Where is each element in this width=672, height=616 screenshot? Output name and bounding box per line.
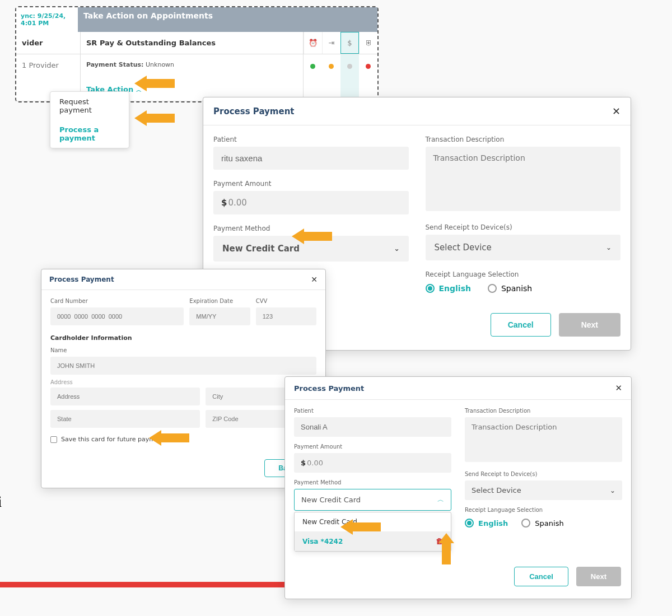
expiration-label: Expiration Date — [189, 298, 250, 304]
take-action-menu: Request payment Process a payment — [50, 91, 129, 148]
save-card-checkbox-row[interactable]: Save this card for future payments — [50, 436, 316, 443]
chevron-down-icon: ⌄ — [610, 487, 615, 494]
radio-icon — [521, 519, 530, 528]
radio-spanish[interactable]: Spanish — [521, 519, 563, 528]
payment-method-select[interactable]: New Credit Card ⌄ — [213, 236, 409, 262]
col-balances: SR Pay & Outstanding Balances — [81, 32, 304, 54]
next-button[interactable]: Next — [559, 313, 620, 337]
radio-label-english: English — [439, 284, 471, 293]
radio-english[interactable]: English — [426, 284, 471, 293]
modal-title: Process Payment — [213, 106, 295, 116]
radio-label-spanish: Spanish — [535, 519, 563, 528]
txn-description-input[interactable] — [426, 147, 621, 211]
dollar-icon[interactable]: $ — [340, 32, 359, 54]
menu-request-payment[interactable]: Request payment — [50, 92, 129, 120]
device-select[interactable]: Select Device ⌄ — [465, 480, 622, 500]
chevron-up-icon: ︿ — [437, 495, 444, 505]
radio-label-spanish: Spanish — [501, 284, 532, 293]
close-icon[interactable]: ✕ — [612, 105, 620, 117]
name-input[interactable] — [50, 357, 316, 375]
radio-label-english: English — [478, 519, 508, 528]
chevron-down-icon: ⌄ — [606, 244, 612, 251]
close-icon[interactable]: ✕ — [311, 275, 318, 284]
amount-input[interactable]: $ 0.00 — [294, 453, 451, 473]
save-card-label: Save this card for future payments — [61, 436, 169, 443]
card-number-label: Card Number — [50, 298, 184, 304]
cvv-input[interactable] — [256, 307, 316, 325]
amount-value: 0.00 — [307, 459, 323, 467]
card-entry-modal: Process Payment ✕ Card Number Expiration… — [41, 269, 326, 488]
patient-label: Patient — [294, 408, 451, 414]
payment-method-dropdown: New Credit Card Visa *4242 🗑 — [294, 512, 451, 552]
process-payment-modal-2: Process Payment ✕ Patient Payment Amount… — [284, 376, 632, 599]
device-label: Send Receipt to Device(s) — [465, 471, 622, 477]
column-header-row: vider SR Pay & Outstanding Balances ⏰ ⇥ … — [16, 32, 377, 54]
language-label: Receipt Language Selection — [465, 507, 622, 513]
col-provider: vider — [16, 32, 81, 54]
radio-icon — [426, 284, 435, 293]
cvv-label: CVV — [256, 298, 316, 304]
device-value: Select Device — [472, 486, 521, 494]
payment-method-label: Payment Method — [213, 225, 409, 232]
patient-input[interactable] — [213, 147, 409, 170]
trash-icon[interactable]: 🗑 — [436, 537, 443, 545]
address-input[interactable] — [50, 388, 200, 405]
shield-icon[interactable]: ⛨ — [359, 32, 377, 54]
language-label: Receipt Language Selection — [426, 270, 621, 278]
txn-label: Transaction Description — [426, 136, 621, 143]
patient-input[interactable] — [294, 417, 451, 437]
cancel-button[interactable]: Cancel — [491, 313, 551, 337]
state-input[interactable] — [50, 410, 200, 428]
arrow-annotation — [134, 110, 175, 126]
page-marker: i — [0, 493, 2, 511]
sync-time: ync: 9/25/24, 4:01 PM — [16, 7, 78, 32]
payment-status-value: Unknown — [146, 61, 174, 68]
pm-option-visa[interactable]: Visa *4242 🗑 — [295, 531, 451, 551]
txn-description-input[interactable] — [465, 417, 622, 462]
device-label: Send Receipt to Device(s) — [426, 223, 621, 231]
export-icon[interactable]: ⇥ — [322, 32, 340, 54]
modal-title: Process Payment — [49, 276, 114, 283]
chevron-down-icon: ⌄ — [394, 245, 399, 253]
pm-option-visa-label: Visa *4242 — [302, 538, 343, 545]
patient-label: Patient — [213, 136, 409, 143]
status-dot-grey — [340, 54, 359, 101]
card-number-input[interactable] — [50, 307, 184, 325]
modal-title: Process Payment — [294, 384, 364, 393]
status-dot-orange — [322, 54, 340, 101]
amount-label: Payment Amount — [213, 180, 409, 188]
device-value: Select Device — [435, 242, 492, 253]
status-dot-red — [359, 54, 377, 101]
payment-method-value: New Credit Card — [301, 496, 361, 504]
checkbox-icon — [50, 436, 57, 443]
expiration-input[interactable] — [189, 307, 250, 325]
name-label: Name — [50, 347, 316, 353]
alarm-icon[interactable]: ⏰ — [304, 32, 322, 54]
radio-english[interactable]: English — [465, 519, 508, 528]
cancel-button[interactable]: Cancel — [514, 567, 568, 586]
txn-label: Transaction Description — [465, 408, 622, 414]
cardholder-heading: Cardholder Information — [50, 334, 316, 342]
radio-icon — [465, 519, 474, 528]
close-icon[interactable]: ✕ — [615, 383, 622, 393]
address-label: Address — [50, 379, 316, 385]
chevron-up-icon: ︿ — [136, 87, 142, 93]
radio-icon — [488, 284, 497, 293]
next-button[interactable]: Next — [576, 567, 621, 586]
amount-value: 0.00 — [228, 198, 246, 208]
menu-process-payment[interactable]: Process a payment — [50, 120, 129, 148]
panel-header: ync: 9/25/24, 4:01 PM Take Action on App… — [16, 7, 377, 32]
payment-status-label: Payment Status: — [86, 61, 144, 68]
device-select[interactable]: Select Device ⌄ — [426, 235, 621, 260]
radio-spanish[interactable]: Spanish — [488, 284, 532, 293]
payment-method-value: New Credit Card — [222, 244, 300, 254]
amount-input[interactable]: $ 0.00 — [213, 191, 409, 214]
status-dot-green — [304, 54, 322, 101]
payment-method-label: Payment Method — [294, 479, 451, 486]
currency-symbol: $ — [221, 198, 227, 208]
payment-method-select[interactable]: New Credit Card ︿ — [294, 489, 451, 511]
pm-option-new-card[interactable]: New Credit Card — [295, 512, 451, 531]
panel-title: Take Action on Appointments — [78, 11, 368, 28]
appointment-panel: ync: 9/25/24, 4:01 PM Take Action on App… — [15, 6, 379, 102]
amount-label: Payment Amount — [294, 444, 451, 450]
